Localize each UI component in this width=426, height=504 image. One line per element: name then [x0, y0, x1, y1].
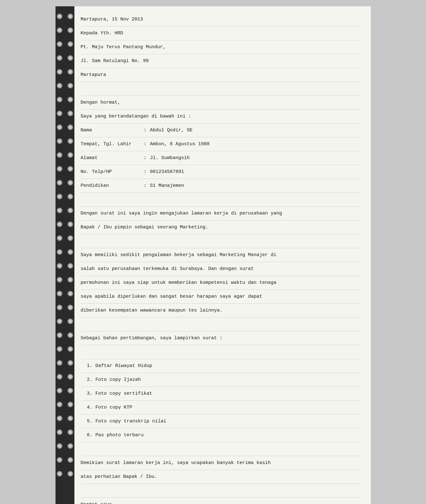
ring-left	[57, 41, 62, 47]
ring-right	[67, 27, 73, 33]
ring-right	[67, 402, 73, 407]
ring-left	[57, 263, 62, 269]
ring-right	[67, 291, 73, 296]
spacer-1	[81, 82, 361, 96]
recipient-line4: Martapura	[81, 68, 361, 82]
binding-ring-row	[55, 51, 74, 65]
binding-ring-row	[55, 342, 74, 356]
alamat-colon: :	[144, 155, 150, 161]
list-item-3-text: 3. Foto copy sertifikat	[81, 390, 152, 398]
recipient-line1: Kepada Yth. HRD	[81, 26, 361, 40]
closing-line1-text: Demikian surat lamaran kerja ini, saya u…	[81, 459, 271, 467]
binding-ring-row	[55, 65, 74, 79]
ring-right	[67, 194, 73, 199]
spacer-5	[81, 345, 361, 359]
ring-left	[57, 360, 62, 366]
binding-ring-row	[55, 398, 74, 411]
nama-value: Abdul Qodir, SE	[150, 128, 193, 133]
ring-left	[57, 221, 62, 227]
nama-row: Nama : Abdul Qodir, SE	[81, 123, 361, 137]
body1-line2-text: Bapak / Ibu pimpin sebagai seorang Marke…	[81, 224, 208, 231]
ring-right	[67, 457, 73, 463]
ring-right	[67, 443, 73, 449]
binding-ring-row	[55, 134, 74, 148]
body2-line1: Saya memiliki sedikit pengalaman bekerja…	[81, 248, 361, 262]
ring-right	[67, 263, 73, 269]
ring-right	[67, 277, 73, 283]
alamat-row: Alamat : Jl. Sumbangsih	[81, 151, 361, 165]
body2-line4-text: saya apabila diperlukan dan sangat besar…	[81, 293, 262, 301]
ring-left	[57, 374, 62, 380]
binding-ring-row	[55, 301, 74, 314]
ring-right	[67, 249, 73, 255]
ring-right	[67, 124, 73, 130]
ring-right	[67, 221, 73, 227]
ring-right	[67, 55, 73, 61]
pendidikan-label: Pendidikan	[81, 183, 144, 188]
binding-ring-row	[55, 453, 74, 467]
binding-ring-row	[55, 245, 74, 259]
ring-left	[57, 166, 62, 172]
body2-line1-text: Saya memiliki sedikit pengalaman bekerja…	[81, 251, 277, 259]
spacer-6	[81, 442, 361, 456]
telp-value: 081234567891	[150, 169, 184, 175]
ring-right	[67, 41, 73, 47]
date-line: Martapura, 15 Nov 2013	[81, 13, 361, 26]
telp-row: No. Telp/HP : 081234567891	[81, 165, 361, 179]
binding-ring-row	[55, 314, 74, 328]
list-item-5-text: 5. Foto copy transkrip nilai	[81, 418, 166, 425]
pendidikan-value: S1 Manajemen	[150, 183, 184, 188]
ring-left	[57, 249, 62, 255]
ring-left	[57, 235, 62, 241]
ring-right	[67, 374, 73, 380]
binding-ring-row	[55, 217, 74, 231]
alamat-label: Alamat	[81, 155, 144, 161]
intro-line: Saya yang bertandatangan di bawah ini :	[81, 110, 361, 123]
ring-left	[57, 194, 62, 199]
spacer-2	[81, 193, 361, 207]
spacer-3	[81, 234, 361, 248]
recipient-line2: Pt. Maju Terus Pantang Mundur,	[81, 40, 361, 54]
list-item-1: 1. Daftar Riwayat Hidup	[81, 359, 361, 373]
greeting-line: Dengan hormat,	[81, 96, 361, 110]
ring-left	[57, 277, 62, 283]
ring-right	[67, 305, 73, 310]
ring-left	[57, 14, 62, 19]
alamat-value: Jl. Sumbangsih	[150, 155, 190, 161]
nama-label: Nama	[81, 128, 144, 133]
body1-line1-text: Dengan surat ini saya ingin mengajukan l…	[81, 210, 282, 217]
nama-colon: :	[144, 128, 150, 133]
lampiran-intro-text: Sebagai bahan pertimbangan, saya lampirk…	[81, 335, 223, 342]
binding-ring-row	[55, 106, 74, 120]
recipient-line3-text: Jl. Sam Ratulangi No. 99	[81, 57, 149, 65]
ttl-value: Ambon, 8 Agustus 1988	[150, 141, 210, 147]
list-item-6: 6. Pas photo terbaru	[81, 428, 361, 442]
body1-line2: Bapak / Ibu pimpin sebagai seorang Marke…	[81, 220, 361, 234]
ring-left	[57, 318, 62, 324]
ring-left	[57, 388, 62, 393]
ring-right	[67, 388, 73, 393]
ring-right	[67, 318, 73, 324]
spacer-7	[81, 484, 361, 498]
ring-right	[67, 332, 73, 338]
ring-right	[67, 235, 73, 241]
recipient-line4-text: Martapura	[81, 71, 106, 79]
ring-left	[57, 180, 62, 186]
ring-left	[57, 55, 62, 61]
binding-ring-row	[55, 79, 74, 93]
content-area: Martapura, 15 Nov 2013 Kepada Yth. HRD P…	[74, 6, 371, 504]
binding-ring-row	[55, 190, 74, 203]
closing-line1: Demikian surat lamaran kerja ini, saya u…	[81, 456, 361, 470]
ring-left	[57, 291, 62, 296]
ring-right	[67, 152, 73, 158]
intro-text: Saya yang bertandatangan di bawah ini :	[81, 113, 191, 120]
spacer-4	[81, 318, 361, 331]
ring-left	[57, 124, 62, 130]
binding-ring-row	[55, 23, 74, 37]
binding-ring-row	[55, 37, 74, 51]
body2-line4: saya apabila diperlukan dan sangat besar…	[81, 290, 361, 304]
ring-right	[67, 415, 73, 421]
ring-right	[67, 208, 73, 213]
ttl-row: Tempat, Tgl. Lahir : Ambon, 8 Agustus 19…	[81, 137, 361, 151]
binding-ring-row	[55, 273, 74, 287]
